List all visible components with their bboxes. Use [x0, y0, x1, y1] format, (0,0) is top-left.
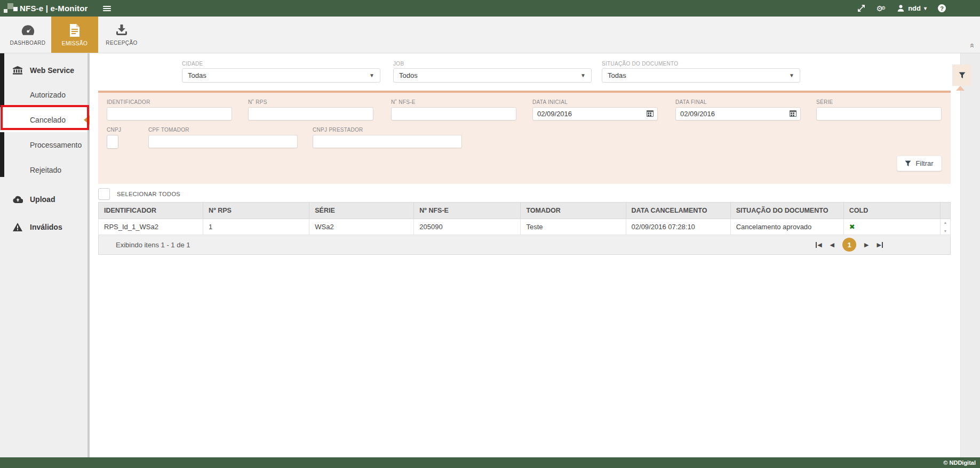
- user-menu[interactable]: ndd ▾: [897, 4, 927, 12]
- scroll-down-icon: ▼: [943, 229, 947, 233]
- cell-serie: WSa2: [309, 219, 414, 235]
- col-situacao[interactable]: SITUAÇÃO DO DOCUMENTO: [730, 203, 843, 219]
- table-row[interactable]: RPS_Id_1_WSa2 1 WSa2 205090 Teste 02/09/…: [99, 219, 951, 235]
- main-region: Web Service Autorizado Cancelado Process…: [0, 53, 980, 457]
- job-select[interactable]: Todos ▼: [393, 68, 592, 83]
- table-scrollbar[interactable]: ▲▼: [940, 219, 950, 235]
- filter-panel-pointer: [956, 86, 965, 91]
- expand-icon[interactable]: [857, 4, 865, 12]
- app-logo: [4, 3, 18, 14]
- top-bar: NFS-e | e-Monitor ⚙⚙ ndd ▾ ?: [0, 0, 980, 17]
- collapse-toolbar-icon[interactable]: «: [968, 43, 976, 47]
- identificador-field-group: IDENTIFICADOR: [107, 99, 232, 120]
- prev-page-button[interactable]: ◀: [830, 242, 834, 248]
- col-n-nfse[interactable]: Nº NFS-E: [414, 203, 521, 219]
- calendar-icon[interactable]: [647, 110, 654, 117]
- warning-icon: [13, 223, 23, 231]
- col-data-cancelamento[interactable]: DATA CANCELAMENTO: [626, 203, 730, 219]
- serie-field-group: SÉRIE: [816, 99, 942, 120]
- next-page-button[interactable]: ▶: [864, 242, 869, 248]
- menu-toggle-icon[interactable]: [103, 5, 111, 12]
- cnpj-label: CNPJ: [107, 127, 121, 133]
- sidebar-item-label: Web Service: [30, 66, 74, 75]
- col-cold[interactable]: COLD: [843, 203, 940, 219]
- funnel-icon: [959, 72, 966, 79]
- first-page-button[interactable]: ◀: [816, 242, 822, 248]
- filter-toggle-button[interactable]: [952, 64, 971, 86]
- filtrar-button[interactable]: Filtrar: [897, 156, 942, 171]
- cnpj-prestador-field-group: CNPJ PRESTADOR: [313, 127, 462, 148]
- cnpj-prestador-label: CNPJ PRESTADOR: [313, 127, 462, 133]
- situacao-select-group: SITUAÇÃO DO DOCUMENTO Todas ▼: [602, 61, 800, 83]
- situacao-value: Todas: [608, 71, 626, 79]
- sidebar-item-autorizado[interactable]: Autorizado: [0, 82, 87, 107]
- tab-recepcao[interactable]: RECEPÇÃO: [98, 17, 145, 53]
- cloud-upload-icon: [13, 196, 23, 203]
- sidebar-item-web-service[interactable]: Web Service: [0, 59, 87, 82]
- tab-dashboard[interactable]: DASHBOARD: [4, 17, 51, 53]
- chevron-down-icon: ▼: [580, 72, 586, 78]
- serie-label: SÉRIE: [816, 99, 942, 105]
- last-page-button[interactable]: ▶: [877, 242, 883, 248]
- sidebar-item-label: Autorizado: [30, 91, 66, 99]
- help-icon[interactable]: ?: [938, 4, 946, 12]
- situacao-label: SITUAÇÃO DO DOCUMENTO: [602, 61, 800, 67]
- identificador-label: IDENTIFICADOR: [107, 99, 232, 105]
- vertical-scrollbar-track[interactable]: [960, 53, 980, 457]
- col-serie[interactable]: SÉRIE: [309, 203, 414, 219]
- cnpj-checkbox[interactable]: [107, 135, 118, 149]
- sidebar-item-upload[interactable]: Upload: [0, 185, 87, 213]
- chevron-down-icon: ▾: [924, 6, 927, 11]
- user-name-label: ndd: [908, 4, 921, 12]
- col-identificador[interactable]: IDENTIFICADOR: [99, 203, 203, 219]
- sidebar-item-invalidos[interactable]: Inválidos: [0, 213, 87, 241]
- pager: ◀ ◀ 1 ▶ ▶: [816, 238, 883, 252]
- sidebar: Web Service Autorizado Cancelado Process…: [0, 53, 90, 457]
- cnpj-prestador-input[interactable]: [313, 135, 462, 148]
- data-inicial-label: DATA INICIAL: [532, 99, 658, 105]
- job-value: Todos: [399, 71, 418, 79]
- col-n-rps[interactable]: Nº RPS: [203, 203, 309, 219]
- cpf-tomador-label: CPF TOMADOR: [148, 127, 298, 133]
- tab-recepcao-label: RECEPÇÃO: [106, 40, 137, 46]
- chevron-down-icon: ▼: [369, 72, 375, 78]
- sidebar-item-cancelado[interactable]: Cancelado: [0, 107, 87, 132]
- cpf-tomador-input[interactable]: [148, 135, 298, 148]
- active-item-pointer: [84, 115, 90, 125]
- cell-cold: ✖: [843, 219, 940, 235]
- cpf-tomador-field-group: CPF TOMADOR: [148, 127, 298, 148]
- user-icon: [897, 4, 905, 12]
- n-nfse-field-group: N˚ NFS-E: [391, 99, 516, 120]
- sidebar-item-rejeitado[interactable]: Rejeitado: [0, 157, 87, 182]
- cidade-select[interactable]: Todas ▼: [182, 68, 380, 83]
- col-tomador[interactable]: TOMADOR: [521, 203, 626, 219]
- col-scrollbar: [940, 203, 950, 219]
- data-final-input[interactable]: [675, 107, 801, 120]
- identificador-input[interactable]: [107, 107, 232, 120]
- select-all-checkbox[interactable]: [98, 188, 110, 200]
- sidebar-item-processamento[interactable]: Processamento: [0, 132, 87, 157]
- gears-icon[interactable]: ⚙⚙: [877, 5, 886, 12]
- calendar-icon[interactable]: [790, 110, 796, 117]
- cidade-label: CIDADE: [182, 61, 380, 67]
- n-rps-label: N˚ RPS: [248, 99, 373, 105]
- n-rps-input[interactable]: [248, 107, 373, 120]
- select-all-row: SELECIONAR TODOS: [98, 188, 980, 200]
- data-inicial-input[interactable]: [532, 107, 658, 120]
- page-summary: Exibindo itens 1 - 1 de 1: [116, 241, 190, 249]
- tab-dashboard-label: DASHBOARD: [10, 40, 46, 46]
- data-final-field-group: DATA FINAL: [675, 99, 801, 120]
- situacao-select[interactable]: Todas ▼: [602, 68, 800, 83]
- data-final-label: DATA FINAL: [675, 99, 801, 105]
- serie-input[interactable]: [816, 107, 942, 120]
- cold-x-icon: ✖: [849, 223, 855, 231]
- cidade-select-group: CIDADE Todas ▼: [182, 61, 380, 83]
- n-nfse-label: N˚ NFS-E: [391, 99, 516, 105]
- cell-tomador: Teste: [521, 219, 626, 235]
- n-nfse-input[interactable]: [391, 107, 516, 120]
- dashboard-gauge-icon: [21, 24, 35, 37]
- current-page-badge[interactable]: 1: [842, 238, 856, 252]
- module-tab-bar: DASHBOARD EMISSÃO RECEPÇÃO «: [0, 17, 980, 53]
- tab-emissao[interactable]: EMISSÃO: [51, 17, 98, 53]
- content-area: CIDADE Todas ▼ JOB Todos ▼ SITUAÇÃO DO D…: [90, 53, 980, 457]
